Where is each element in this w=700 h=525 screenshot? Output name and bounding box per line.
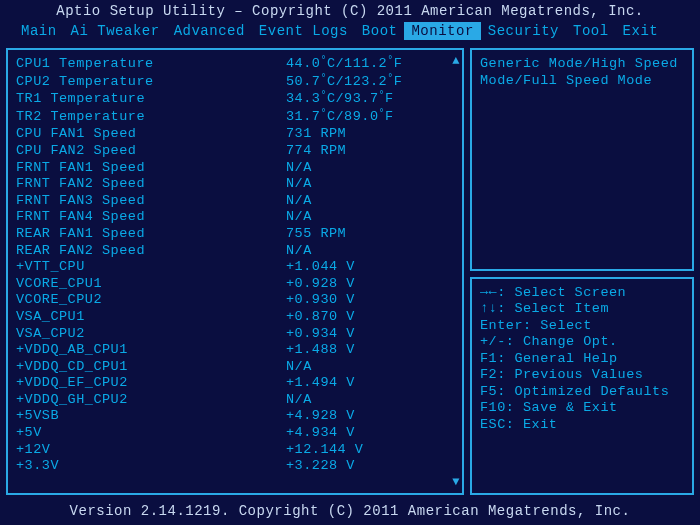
reading-label: TR1 Temperature (16, 91, 286, 109)
reading-row[interactable]: FRNT FAN1 SpeedN/A (16, 160, 454, 177)
reading-value: N/A (286, 359, 454, 376)
reading-label: VCORE_CPU2 (16, 292, 286, 309)
menu-item-main[interactable]: Main (14, 22, 64, 40)
reading-value: 31.7°C/89.0°F (286, 109, 454, 127)
reading-label: CPU1 Temperature (16, 56, 286, 74)
menu-item-exit[interactable]: Exit (616, 22, 666, 40)
reading-label: CPU FAN1 Speed (16, 126, 286, 143)
reading-row[interactable]: +VDDQ_AB_CPU1+1.488 V (16, 342, 454, 359)
reading-value: +4.934 V (286, 425, 454, 442)
reading-value: N/A (286, 243, 454, 260)
reading-label: TR2 Temperature (16, 109, 286, 127)
reading-row[interactable]: FRNT FAN2 SpeedN/A (16, 176, 454, 193)
reading-row[interactable]: CPU FAN2 Speed774 RPM (16, 143, 454, 160)
reading-row[interactable]: VSA_CPU2+0.934 V (16, 326, 454, 343)
reading-row[interactable]: +VDDQ_EF_CPU2+1.494 V (16, 375, 454, 392)
reading-row[interactable]: VCORE_CPU1+0.928 V (16, 276, 454, 293)
reading-row[interactable]: TR1 Temperature34.3°C/93.7°F (16, 91, 454, 109)
bios-footer: Version 2.14.1219. Copyright (C) 2011 Am… (0, 499, 700, 525)
bios-title: Aptio Setup Utility – Copyright (C) 2011… (0, 0, 700, 22)
reading-row[interactable]: TR2 Temperature31.7°C/89.0°F (16, 109, 454, 127)
reading-row[interactable]: +5VSB+4.928 V (16, 408, 454, 425)
reading-value: 34.3°C/93.7°F (286, 91, 454, 109)
reading-value: 774 RPM (286, 143, 454, 160)
reading-row[interactable]: CPU1 Temperature44.0°C/111.2°F (16, 56, 454, 74)
info-line: Mode/Full Speed Mode (480, 73, 684, 90)
help-line: F5: Optimized Defaults (480, 384, 684, 401)
reading-row[interactable]: REAR FAN2 SpeedN/A (16, 243, 454, 260)
menu-item-ai-tweaker[interactable]: Ai Tweaker (64, 22, 167, 40)
reading-label: VSA_CPU1 (16, 309, 286, 326)
reading-label: +3.3V (16, 458, 286, 475)
reading-value: +1.488 V (286, 342, 454, 359)
reading-row[interactable]: VSA_CPU1+0.870 V (16, 309, 454, 326)
reading-label: FRNT FAN4 Speed (16, 209, 286, 226)
reading-label: +VDDQ_AB_CPU1 (16, 342, 286, 359)
reading-label: REAR FAN2 Speed (16, 243, 286, 260)
reading-value: +0.870 V (286, 309, 454, 326)
reading-row[interactable]: CPU FAN1 Speed731 RPM (16, 126, 454, 143)
reading-row[interactable]: +3.3V+3.228 V (16, 458, 454, 475)
reading-value: 755 RPM (286, 226, 454, 243)
reading-value: +1.494 V (286, 375, 454, 392)
menu-item-tool[interactable]: Tool (566, 22, 616, 40)
reading-value: N/A (286, 193, 454, 210)
reading-label: +12V (16, 442, 286, 459)
scroll-up-icon[interactable]: ▲ (452, 54, 460, 68)
menu-bar: MainAi TweakerAdvancedEvent LogsBootMoni… (0, 22, 700, 42)
reading-label: +VDDQ_GH_CPU2 (16, 392, 286, 409)
reading-row[interactable]: +5V+4.934 V (16, 425, 454, 442)
reading-label: +5V (16, 425, 286, 442)
scroll-down-icon[interactable]: ▼ (452, 475, 460, 489)
help-line: F10: Save & Exit (480, 400, 684, 417)
reading-label: CPU2 Temperature (16, 74, 286, 92)
reading-label: FRNT FAN1 Speed (16, 160, 286, 177)
work-area: ▲ ▼ CPU1 Temperature44.0°C/111.2°FCPU2 T… (0, 42, 700, 499)
info-line: Generic Mode/High Speed (480, 56, 684, 73)
reading-value: N/A (286, 209, 454, 226)
menu-item-boot[interactable]: Boot (355, 22, 405, 40)
reading-value: 44.0°C/111.2°F (286, 56, 454, 74)
menu-item-security[interactable]: Security (481, 22, 566, 40)
reading-value: +0.928 V (286, 276, 454, 293)
reading-label: FRNT FAN2 Speed (16, 176, 286, 193)
menu-item-advanced[interactable]: Advanced (167, 22, 252, 40)
reading-value: +0.934 V (286, 326, 454, 343)
reading-row[interactable]: +VDDQ_CD_CPU1N/A (16, 359, 454, 376)
reading-value: +12.144 V (286, 442, 454, 459)
reading-row[interactable]: FRNT FAN3 SpeedN/A (16, 193, 454, 210)
reading-row[interactable]: +VTT_CPU+1.044 V (16, 259, 454, 276)
reading-value: N/A (286, 392, 454, 409)
reading-row[interactable]: FRNT FAN4 SpeedN/A (16, 209, 454, 226)
reading-row[interactable]: REAR FAN1 Speed755 RPM (16, 226, 454, 243)
reading-value: N/A (286, 160, 454, 177)
reading-value: +1.044 V (286, 259, 454, 276)
reading-value: +4.928 V (286, 408, 454, 425)
reading-value: 50.7°C/123.2°F (286, 74, 454, 92)
reading-value: 731 RPM (286, 126, 454, 143)
reading-label: +VDDQ_CD_CPU1 (16, 359, 286, 376)
help-line: ↑↓: Select Item (480, 301, 684, 318)
reading-label: +5VSB (16, 408, 286, 425)
help-line: +/-: Change Opt. (480, 334, 684, 351)
reading-row[interactable]: CPU2 Temperature50.7°C/123.2°F (16, 74, 454, 92)
reading-value: +3.228 V (286, 458, 454, 475)
help-line: Enter: Select (480, 318, 684, 335)
reading-label: CPU FAN2 Speed (16, 143, 286, 160)
reading-value: N/A (286, 176, 454, 193)
reading-value: +0.930 V (286, 292, 454, 309)
reading-label: FRNT FAN3 Speed (16, 193, 286, 210)
help-line: →←: Select Screen (480, 285, 684, 302)
reading-label: REAR FAN1 Speed (16, 226, 286, 243)
reading-row[interactable]: VCORE_CPU2+0.930 V (16, 292, 454, 309)
menu-item-monitor[interactable]: Monitor (404, 22, 480, 40)
reading-label: VSA_CPU2 (16, 326, 286, 343)
help-line: ESC: Exit (480, 417, 684, 434)
help-line: F1: General Help (480, 351, 684, 368)
menu-item-event-logs[interactable]: Event Logs (252, 22, 355, 40)
help-panel: →←: Select Screen↑↓: Select ItemEnter: S… (470, 277, 694, 495)
reading-row[interactable]: +12V+12.144 V (16, 442, 454, 459)
info-panel: Generic Mode/High SpeedMode/Full Speed M… (470, 48, 694, 271)
reading-label: +VDDQ_EF_CPU2 (16, 375, 286, 392)
reading-row[interactable]: +VDDQ_GH_CPU2N/A (16, 392, 454, 409)
